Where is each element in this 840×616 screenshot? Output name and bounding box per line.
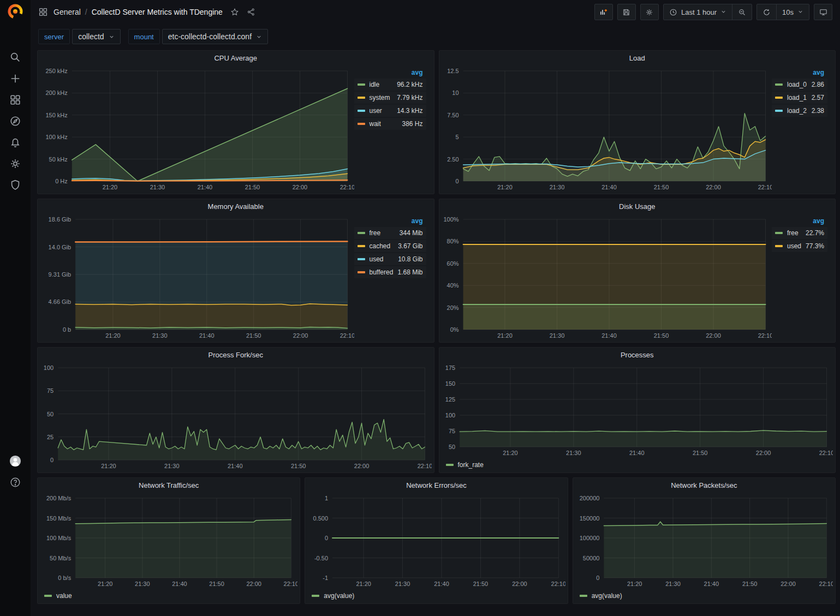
- legend-item[interactable]: buffered1.68 Mib: [354, 266, 426, 278]
- legend-label[interactable]: idle: [370, 81, 397, 88]
- zoom-out-button[interactable]: [732, 4, 752, 20]
- legend-label[interactable]: avg(value): [324, 592, 354, 600]
- dashboard-settings-button[interactable]: [640, 4, 659, 20]
- cpu-average-chart[interactable]: 21:2021:3021:4021:5022:0022:100 Hz50 kHz…: [40, 65, 354, 193]
- legend[interactable]: avg(value): [305, 590, 567, 603]
- save-dashboard-button[interactable]: [617, 4, 636, 20]
- legend-label[interactable]: system: [370, 94, 397, 101]
- user-avatar[interactable]: [0, 452, 31, 470]
- svg-text:22:10: 22:10: [340, 184, 354, 190]
- kiosk-mode-button[interactable]: [814, 4, 832, 20]
- panel-title[interactable]: Network Traffic/sec: [38, 478, 300, 493]
- time-range-button[interactable]: Last 1 hour: [664, 4, 732, 20]
- chevron-down-icon: [256, 34, 262, 40]
- variable-value-dropdown[interactable]: etc-collectd-collectd.conf: [162, 29, 268, 44]
- search-icon[interactable]: [0, 48, 31, 67]
- legend-label[interactable]: wait: [370, 120, 402, 128]
- legend-label[interactable]: user: [370, 107, 397, 115]
- svg-text:0 b/s: 0 b/s: [58, 575, 71, 581]
- legend-item[interactable]: user14.3 kHz: [354, 105, 426, 117]
- variable-value-dropdown[interactable]: collectd: [72, 29, 120, 44]
- legend-item[interactable]: load_02.86: [772, 79, 827, 91]
- share-icon[interactable]: [247, 8, 255, 16]
- legend-label[interactable]: fork_rate: [458, 461, 484, 469]
- processes-chart[interactable]: 21:2021:3021:4021:5022:0022:105075100125…: [442, 362, 833, 458]
- legend-item[interactable]: used77.3%: [772, 240, 827, 252]
- refresh-button[interactable]: [757, 4, 776, 20]
- configuration-gear-icon[interactable]: [0, 154, 31, 173]
- grafana-logo-icon[interactable]: [7, 3, 23, 20]
- refresh-interval-dropdown[interactable]: 10s: [776, 4, 809, 20]
- svg-text:7.50: 7.50: [447, 112, 458, 118]
- panel-title[interactable]: Processes: [439, 348, 836, 362]
- panel-title[interactable]: Memory Available: [38, 199, 434, 214]
- svg-text:200 kHz: 200 kHz: [45, 89, 67, 96]
- dashboards-icon[interactable]: [0, 91, 31, 109]
- legend-label[interactable]: used: [370, 255, 398, 263]
- legend-label[interactable]: cached: [370, 242, 398, 250]
- legend-item[interactable]: load_12.57: [772, 92, 827, 104]
- svg-text:5: 5: [455, 134, 458, 140]
- panel-title[interactable]: Disk Usage: [439, 199, 836, 214]
- svg-text:75: 75: [47, 387, 53, 394]
- legend[interactable]: fork_rate: [439, 459, 836, 473]
- legend-label[interactable]: free: [787, 229, 806, 237]
- legend-avg-header[interactable]: avg: [772, 216, 827, 227]
- svg-text:21:50: 21:50: [209, 581, 224, 587]
- legend-swatch: [358, 83, 365, 86]
- clock-icon: [669, 8, 677, 16]
- legend-avg-header[interactable]: avg: [354, 216, 426, 227]
- legend-item[interactable]: wait386 Hz: [354, 118, 426, 130]
- svg-text:22:00: 22:00: [512, 581, 527, 587]
- svg-text:100: 100: [44, 364, 53, 371]
- disk-usage-chart[interactable]: 21:2021:3021:4021:5022:0022:100%20%40%60…: [442, 214, 772, 341]
- legend-label[interactable]: used: [787, 242, 806, 250]
- alerting-bell-icon[interactable]: [0, 133, 31, 152]
- legend-item[interactable]: free22.7%: [772, 227, 827, 239]
- legend-avg-header[interactable]: avg: [772, 68, 827, 79]
- panel-title[interactable]: CPU Average: [38, 51, 434, 65]
- server-admin-shield-icon[interactable]: [0, 176, 31, 194]
- legend-item[interactable]: used10.8 Gib: [354, 253, 426, 265]
- process-fork-chart[interactable]: 21:2021:3021:4021:5022:0022:100255075100: [40, 362, 432, 471]
- legend[interactable]: value: [38, 590, 300, 603]
- svg-text:21:40: 21:40: [172, 581, 187, 587]
- legend-item[interactable]: idle96.2 kHz: [354, 79, 426, 91]
- legend: avg free22.7% used77.3%: [772, 214, 833, 341]
- star-icon[interactable]: [230, 8, 239, 16]
- svg-text:21:50: 21:50: [246, 332, 261, 339]
- explore-compass-icon[interactable]: [0, 112, 31, 130]
- legend-item[interactable]: free344 Mib: [354, 227, 426, 239]
- breadcrumb-folder[interactable]: General: [53, 8, 81, 16]
- legend-value: 1.68 Mib: [397, 268, 422, 276]
- breadcrumb-separator: /: [85, 8, 87, 16]
- network-traffic-chart[interactable]: 21:2021:3021:4021:5022:0022:100 b/s50 Mb…: [40, 493, 297, 589]
- panel-title[interactable]: Network Errors/sec: [305, 478, 567, 493]
- network-errors-chart[interactable]: 21:2021:3021:4021:5022:0022:10-1-0.5000.…: [307, 493, 565, 589]
- panel-title[interactable]: Network Packets/sec: [573, 478, 835, 493]
- legend-item[interactable]: system7.79 kHz: [354, 92, 426, 104]
- add-panel-button[interactable]: [594, 4, 613, 20]
- legend-value: 2.38: [812, 107, 824, 115]
- help-icon[interactable]: [0, 473, 31, 492]
- svg-text:21:30: 21:30: [164, 463, 180, 469]
- legend-label[interactable]: load_2: [787, 107, 812, 115]
- legend-label[interactable]: load_1: [787, 94, 812, 101]
- legend[interactable]: avg(value): [573, 590, 835, 603]
- panel-title[interactable]: Load: [439, 51, 836, 65]
- legend-avg-header[interactable]: avg: [354, 68, 426, 79]
- legend-label[interactable]: buffered: [370, 268, 398, 276]
- legend-label[interactable]: avg(value): [592, 592, 622, 600]
- legend-label[interactable]: free: [370, 229, 400, 237]
- legend-label[interactable]: load_0: [787, 81, 812, 88]
- load-chart[interactable]: 21:2021:3021:4021:5022:0022:1002.5057.50…: [442, 65, 772, 193]
- panel-title[interactable]: Process Fork/sec: [38, 348, 434, 362]
- legend-label[interactable]: value: [56, 592, 72, 600]
- legend-item[interactable]: load_22.38: [772, 105, 827, 117]
- svg-text:100%: 100%: [443, 216, 458, 223]
- create-plus-icon[interactable]: [0, 69, 31, 88]
- svg-text:21:50: 21:50: [742, 581, 758, 587]
- legend-item[interactable]: cached3.67 Gib: [354, 240, 426, 252]
- memory-available-chart[interactable]: 21:2021:3021:4021:5022:0022:100 b4.66 Gi…: [40, 214, 354, 341]
- network-packets-chart[interactable]: 21:2021:3021:4021:5022:0022:100500001000…: [575, 493, 833, 589]
